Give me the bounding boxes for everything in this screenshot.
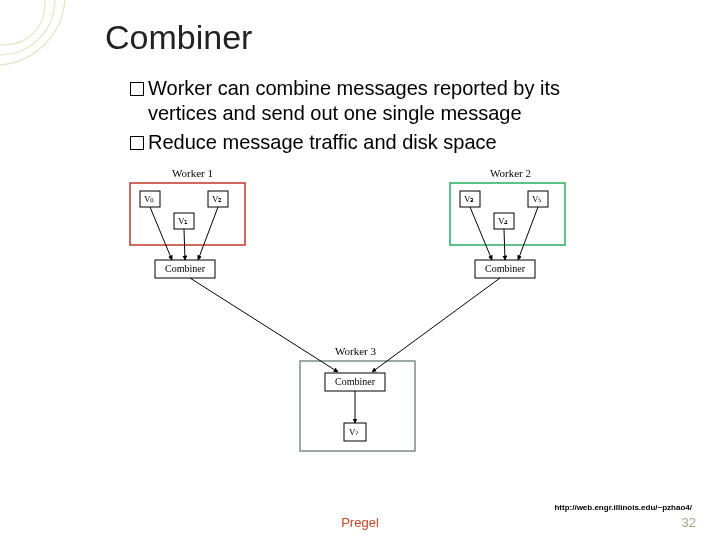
edge bbox=[504, 229, 505, 260]
vertex-label: V₄ bbox=[498, 216, 509, 226]
bullet-item: Worker can combine messages reported by … bbox=[130, 76, 690, 126]
vertex-label: V₁ bbox=[178, 216, 189, 226]
vertex-label: V₀ bbox=[144, 194, 155, 204]
bullet-lead: Reduce bbox=[148, 131, 217, 153]
svg-point-0 bbox=[0, 0, 65, 65]
vertex-label: V₅ bbox=[532, 194, 543, 204]
bullet-lead: Worker bbox=[148, 77, 212, 99]
vertex-label: V₃ bbox=[464, 194, 475, 204]
bullet-item: Reduce message traffic and disk space bbox=[130, 130, 690, 155]
slide-title: Combiner bbox=[105, 18, 252, 57]
edge bbox=[518, 207, 538, 260]
combiner-diagram: Worker 1 V₀ V₂ V₁ Combiner Worker 2 V₃ V… bbox=[110, 165, 610, 485]
vertex-label: V₂ bbox=[212, 194, 223, 204]
combiner-label: Combiner bbox=[165, 263, 206, 274]
combiner-label: Combiner bbox=[335, 376, 376, 387]
citation-text: http://web.engr.illinois.edu/~pzhao4/ bbox=[554, 503, 692, 512]
bullet-text: can combine messages reported by its bbox=[212, 77, 560, 99]
edge bbox=[150, 207, 172, 260]
edge bbox=[198, 207, 218, 260]
bullet-list: Worker can combine messages reported by … bbox=[130, 76, 690, 159]
vertex-label: V₇ bbox=[349, 427, 360, 437]
edge bbox=[190, 278, 338, 372]
bullet-text: message traffic and disk space bbox=[217, 131, 497, 153]
worker2-label: Worker 2 bbox=[490, 167, 531, 179]
slide-number: 32 bbox=[682, 515, 696, 530]
slide-corner-decoration bbox=[0, 0, 100, 100]
svg-point-2 bbox=[0, 0, 45, 45]
bullet-continuation: vertices and send out one single message bbox=[130, 101, 690, 126]
worker1-label: Worker 1 bbox=[172, 167, 213, 179]
svg-point-1 bbox=[0, 0, 55, 55]
footer-center-text: Pregel bbox=[0, 515, 720, 530]
bullet-marker-icon bbox=[130, 82, 144, 96]
edge bbox=[470, 207, 492, 260]
bullet-marker-icon bbox=[130, 136, 144, 150]
edge bbox=[184, 229, 185, 260]
edge bbox=[372, 278, 500, 372]
worker3-label: Worker 3 bbox=[335, 345, 376, 357]
combiner-label: Combiner bbox=[485, 263, 526, 274]
